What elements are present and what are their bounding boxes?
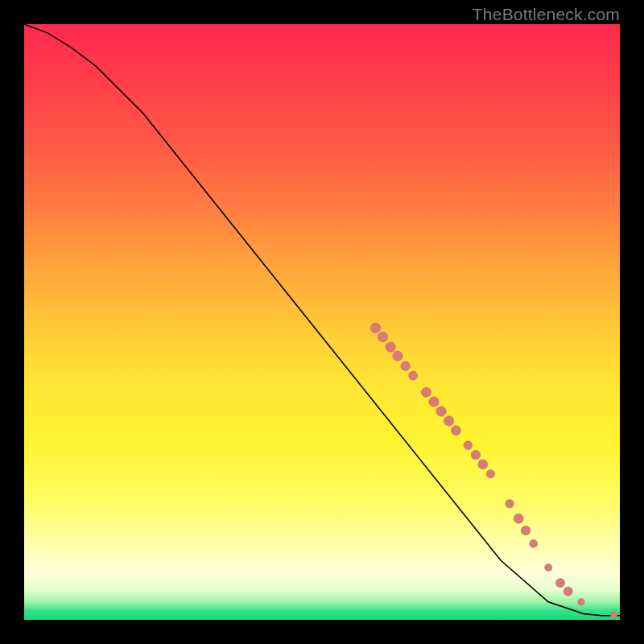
data-marker [471, 450, 481, 460]
data-marker [506, 500, 514, 508]
data-marker [610, 612, 617, 618]
data-marker [555, 579, 564, 588]
data-marker [452, 426, 461, 436]
markers-group [370, 323, 617, 618]
curve-line [24, 24, 620, 616]
data-marker [564, 587, 572, 596]
data-marker [545, 564, 552, 571]
watermark-text: TheBottleneck.com [473, 5, 620, 24]
data-marker [378, 332, 387, 341]
data-marker [464, 441, 473, 450]
data-marker [444, 416, 453, 426]
data-marker [393, 351, 402, 361]
data-marker [429, 397, 439, 407]
data-marker [401, 361, 411, 371]
data-marker [370, 323, 380, 332]
data-marker [514, 514, 523, 523]
data-marker [422, 387, 431, 397]
data-marker [530, 539, 538, 547]
data-marker [578, 599, 584, 605]
chart-svg [24, 24, 620, 620]
data-marker [436, 407, 446, 416]
data-marker [486, 470, 494, 478]
data-marker [478, 460, 488, 469]
chart-frame: TheBottleneck.com [0, 0, 644, 644]
data-marker [386, 342, 395, 352]
data-marker [521, 526, 530, 535]
data-marker [409, 371, 418, 380]
